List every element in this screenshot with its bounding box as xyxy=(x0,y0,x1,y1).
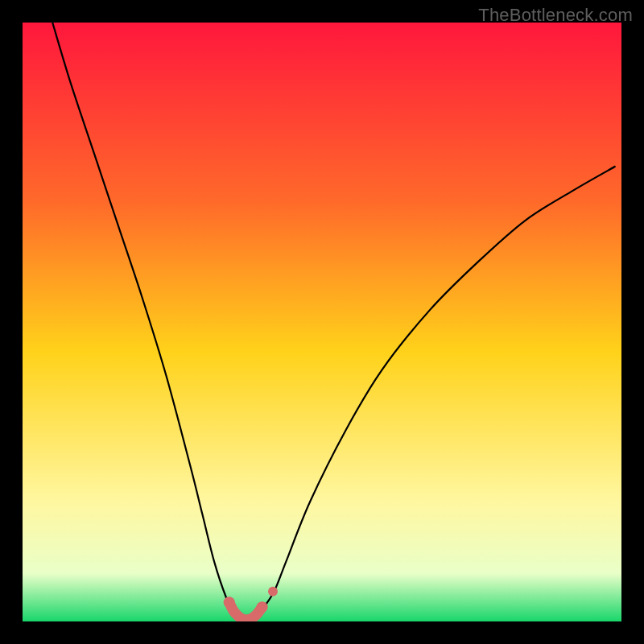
watermark-text: TheBottleneck.com xyxy=(478,5,633,26)
highlighted-range-start-dot xyxy=(224,597,235,608)
plot-area xyxy=(23,23,621,621)
gradient-background xyxy=(23,23,621,621)
chart-svg xyxy=(23,23,621,621)
chart-stage: TheBottleneck.com xyxy=(0,0,644,644)
highlighted-range-end-dot xyxy=(257,601,268,613)
highlighted-extra-dot xyxy=(268,587,278,597)
